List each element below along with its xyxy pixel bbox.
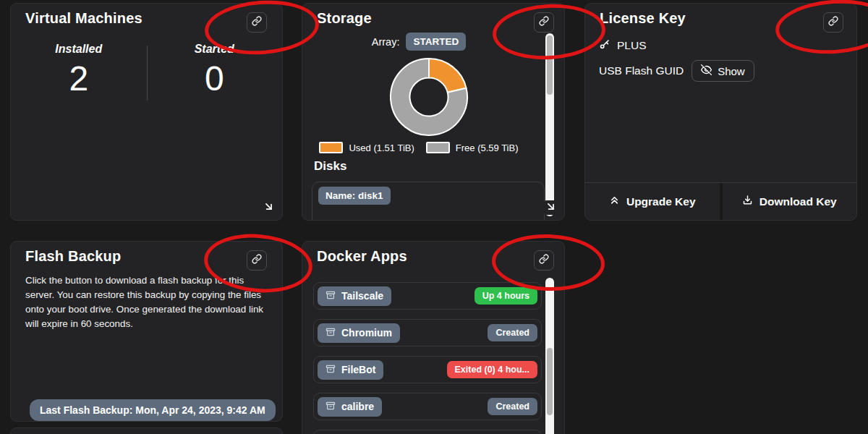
- app-name-badge: Tailscale: [318, 286, 391, 306]
- array-status-row: Array: STARTED: [302, 33, 535, 51]
- docker-apps-title: Docker Apps: [317, 248, 407, 265]
- link-icon: [828, 16, 838, 29]
- storage-card: Storage Array: STARTED Used (1.51 TiB) F…: [302, 3, 565, 221]
- vm-installed-column: Installed 2: [11, 43, 147, 96]
- docker-row-filebot[interactable]: FileBot Exited (0) 4 hou...: [313, 356, 542, 383]
- link-icon: [252, 254, 262, 267]
- angles-up-icon: [609, 195, 620, 208]
- flash-backup-description: Click the button to download a flash bac…: [25, 273, 264, 331]
- license-key-card: License Key PLUS USB Flash GUID Show Upg…: [584, 3, 857, 221]
- disk-name-badge: Name: disk1: [318, 187, 391, 205]
- flash-backup-title: Flash Backup: [25, 248, 121, 265]
- legend-item-free: Free (5.59 TiB): [426, 142, 519, 153]
- docker-row-calibre[interactable]: calibre Created: [313, 393, 542, 420]
- app-name-badge: FileBot: [318, 360, 383, 380]
- eye-slash-icon: [701, 64, 712, 77]
- disks-heading: Disks: [314, 159, 346, 174]
- virtual-machines-card: Virtual Machines Installed 2 Started 0: [10, 3, 283, 221]
- key-icon: [599, 38, 610, 53]
- legend-item-used: Used (1.51 TiB): [319, 142, 414, 153]
- storage-resize-handle[interactable]: [543, 200, 558, 215]
- storage-scrollbar[interactable]: [545, 33, 554, 216]
- app-status-badge: Up 4 hours: [475, 287, 537, 305]
- disk-row[interactable]: Name: disk1: [312, 182, 545, 221]
- download-key-button[interactable]: Download Key: [720, 183, 857, 220]
- docker-scrollbar[interactable]: [545, 278, 554, 434]
- link-icon: [539, 254, 549, 267]
- vm-started-column: Started 0: [147, 43, 283, 96]
- show-guid-label: Show: [718, 65, 745, 77]
- download-icon: [742, 195, 753, 208]
- docker-link-button[interactable]: [534, 250, 554, 271]
- upgrade-key-label: Upgrade Key: [626, 195, 696, 208]
- archive-box-icon: [326, 401, 336, 413]
- license-key-title: License Key: [600, 10, 686, 27]
- storage-donut-chart: [388, 56, 469, 137]
- guid-row: USB Flash GUID Show: [599, 60, 754, 82]
- array-label: Array:: [372, 36, 400, 48]
- vm-started-value: 0: [147, 61, 283, 96]
- upgrade-key-button[interactable]: Upgrade Key: [585, 183, 720, 220]
- partial-card-next-row: [10, 427, 283, 434]
- app-name: Tailscale: [341, 290, 383, 302]
- storage-title: Storage: [317, 10, 372, 27]
- docker-row-partial[interactable]: [313, 430, 542, 434]
- vm-resize-handle[interactable]: [261, 200, 276, 215]
- array-status-badge: STARTED: [406, 33, 466, 51]
- storage-donut: [388, 56, 469, 137]
- last-flash-backup-badge: Last Flash Backup: Mon, Apr 24, 2023, 9:…: [30, 399, 276, 421]
- docker-row-chromium[interactable]: Chromium Created: [313, 319, 542, 346]
- link-icon: [539, 16, 549, 29]
- docker-app-list: Tailscale Up 4 hours Chromium Created Fi…: [313, 282, 542, 434]
- vm-installed-value: 2: [11, 61, 147, 96]
- app-status-badge: Created: [488, 324, 537, 341]
- download-key-label: Download Key: [760, 195, 837, 208]
- legend-label-used: Used (1.51 TiB): [349, 142, 414, 153]
- link-icon: [252, 16, 262, 29]
- resize-arrow-icon: [545, 200, 557, 216]
- resize-arrow-icon: [263, 200, 275, 216]
- archive-box-icon: [326, 290, 336, 302]
- app-name-badge: calibre: [318, 397, 382, 417]
- license-tier-row: PLUS: [599, 38, 647, 53]
- storage-legend: Used (1.51 TiB) Free (5.59 TiB): [302, 142, 535, 153]
- flash-backup-link-button[interactable]: [247, 250, 267, 271]
- vm-installed-label: Installed: [11, 43, 147, 56]
- app-name: FileBot: [341, 364, 375, 375]
- storage-link-button[interactable]: [534, 12, 554, 33]
- app-status-badge: Exited (0) 4 hou...: [447, 361, 538, 378]
- legend-swatch-used: [319, 142, 343, 153]
- guid-label: USB Flash GUID: [599, 64, 684, 77]
- show-guid-button[interactable]: Show: [692, 60, 754, 82]
- flash-backup-card: Flash Backup Click the button to downloa…: [10, 241, 283, 422]
- app-name-badge: Chromium: [318, 323, 400, 343]
- vm-column-divider: [147, 46, 148, 101]
- legend-label-free: Free (5.59 TiB): [456, 142, 519, 153]
- docker-apps-card: Docker Apps Tailscale Up 4 hours Chromiu…: [302, 241, 565, 434]
- virtual-machines-link-button[interactable]: [247, 12, 267, 33]
- license-footer: Upgrade Key Download Key: [585, 182, 856, 220]
- archive-box-icon: [326, 364, 336, 376]
- docker-scrollbar-thumb[interactable]: [547, 348, 553, 415]
- license-link-button[interactable]: [823, 12, 843, 33]
- docker-row-tailscale[interactable]: Tailscale Up 4 hours: [313, 282, 542, 310]
- app-status-badge: Created: [488, 398, 537, 415]
- app-name: Chromium: [341, 327, 392, 339]
- storage-scrollbar-thumb[interactable]: [547, 35, 553, 95]
- archive-box-icon: [326, 327, 336, 339]
- vm-started-label: Started: [147, 43, 283, 56]
- donut-used-slice: [429, 59, 467, 93]
- license-tier-label: PLUS: [617, 39, 647, 52]
- app-name: calibre: [341, 401, 374, 412]
- virtual-machines-title: Virtual Machines: [25, 10, 142, 27]
- legend-swatch-free: [426, 142, 450, 153]
